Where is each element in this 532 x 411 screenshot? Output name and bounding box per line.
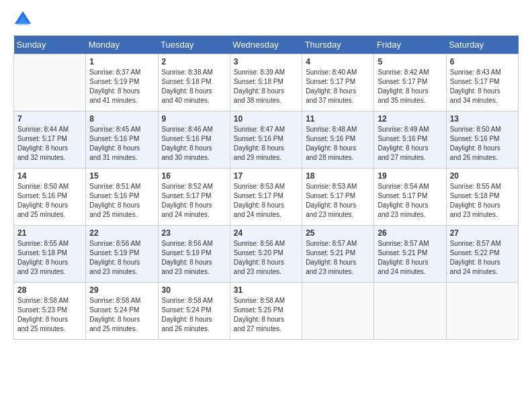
page: SundayMondayTuesdayWednesdayThursdayFrid… (0, 0, 532, 411)
day-info: Sunrise: 8:56 AM Sunset: 5:19 PM Dayligh… (162, 239, 226, 277)
calendar-cell: 8Sunrise: 8:45 AM Sunset: 5:16 PM Daylig… (86, 111, 158, 169)
calendar-cell: 27Sunrise: 8:57 AM Sunset: 5:22 PM Dayli… (446, 226, 518, 283)
calendar-cell: 11Sunrise: 8:48 AM Sunset: 5:16 PM Dayli… (302, 111, 374, 169)
day-number: 16 (162, 171, 226, 181)
day-info: Sunrise: 8:58 AM Sunset: 5:23 PM Dayligh… (17, 296, 82, 334)
day-info: Sunrise: 8:50 AM Sunset: 5:16 PM Dayligh… (17, 182, 82, 220)
calendar-cell: 19Sunrise: 8:54 AM Sunset: 5:17 PM Dayli… (374, 169, 446, 226)
day-info: Sunrise: 8:45 AM Sunset: 5:16 PM Dayligh… (89, 125, 154, 163)
day-info: Sunrise: 8:37 AM Sunset: 5:19 PM Dayligh… (89, 68, 154, 105)
calendar-cell: 24Sunrise: 8:56 AM Sunset: 5:20 PM Dayli… (230, 226, 302, 283)
calendar-table: SundayMondayTuesdayWednesdayThursdayFrid… (13, 36, 519, 340)
calendar-cell (302, 283, 374, 340)
day-number: 23 (162, 228, 226, 238)
header (13, 10, 519, 29)
calendar-cell: 14Sunrise: 8:50 AM Sunset: 5:16 PM Dayli… (14, 169, 86, 226)
day-number: 24 (234, 228, 298, 238)
day-number: 28 (17, 285, 82, 295)
week-row-2: 7Sunrise: 8:44 AM Sunset: 5:17 PM Daylig… (14, 111, 519, 169)
week-row-1: 1Sunrise: 8:37 AM Sunset: 5:19 PM Daylig… (14, 54, 519, 111)
day-info: Sunrise: 8:51 AM Sunset: 5:16 PM Dayligh… (89, 182, 154, 220)
calendar-cell: 21Sunrise: 8:55 AM Sunset: 5:18 PM Dayli… (14, 226, 86, 283)
calendar-cell: 17Sunrise: 8:53 AM Sunset: 5:17 PM Dayli… (230, 169, 302, 226)
day-number: 12 (378, 114, 442, 124)
day-number: 27 (450, 228, 515, 238)
day-number: 26 (378, 228, 442, 238)
logo-icon (13, 10, 32, 29)
day-number: 14 (17, 171, 82, 181)
day-number: 25 (306, 228, 370, 238)
col-header-sunday: Sunday (14, 36, 86, 54)
day-info: Sunrise: 8:58 AM Sunset: 5:24 PM Dayligh… (162, 296, 226, 334)
week-row-4: 21Sunrise: 8:55 AM Sunset: 5:18 PM Dayli… (14, 226, 519, 283)
day-info: Sunrise: 8:58 AM Sunset: 5:24 PM Dayligh… (89, 296, 154, 334)
week-row-5: 28Sunrise: 8:58 AM Sunset: 5:23 PM Dayli… (14, 283, 519, 340)
calendar-cell: 7Sunrise: 8:44 AM Sunset: 5:17 PM Daylig… (14, 111, 86, 169)
day-info: Sunrise: 8:53 AM Sunset: 5:17 PM Dayligh… (234, 182, 298, 220)
calendar-cell (14, 54, 86, 111)
day-number: 5 (378, 57, 442, 66)
day-info: Sunrise: 8:57 AM Sunset: 5:21 PM Dayligh… (378, 239, 442, 277)
day-number: 3 (234, 57, 298, 66)
calendar-cell: 13Sunrise: 8:50 AM Sunset: 5:16 PM Dayli… (446, 111, 518, 169)
day-number: 21 (17, 228, 82, 238)
calendar-cell: 2Sunrise: 8:38 AM Sunset: 5:18 PM Daylig… (158, 54, 230, 111)
day-number: 17 (234, 171, 298, 181)
day-number: 4 (306, 57, 370, 66)
col-header-friday: Friday (374, 36, 446, 54)
day-info: Sunrise: 8:48 AM Sunset: 5:16 PM Dayligh… (306, 125, 370, 163)
day-info: Sunrise: 8:55 AM Sunset: 5:18 PM Dayligh… (17, 239, 82, 277)
day-number: 30 (162, 285, 226, 295)
day-info: Sunrise: 8:44 AM Sunset: 5:17 PM Dayligh… (17, 125, 82, 163)
calendar-cell: 25Sunrise: 8:57 AM Sunset: 5:21 PM Dayli… (302, 226, 374, 283)
day-info: Sunrise: 8:56 AM Sunset: 5:19 PM Dayligh… (89, 239, 154, 277)
day-info: Sunrise: 8:52 AM Sunset: 5:17 PM Dayligh… (162, 182, 226, 220)
day-number: 11 (306, 114, 370, 124)
day-number: 13 (450, 114, 515, 124)
day-info: Sunrise: 8:54 AM Sunset: 5:17 PM Dayligh… (378, 182, 442, 220)
calendar-cell: 23Sunrise: 8:56 AM Sunset: 5:19 PM Dayli… (158, 226, 230, 283)
day-info: Sunrise: 8:43 AM Sunset: 5:17 PM Dayligh… (450, 68, 515, 105)
calendar-cell: 6Sunrise: 8:43 AM Sunset: 5:17 PM Daylig… (446, 54, 518, 111)
day-number: 8 (89, 114, 154, 124)
day-info: Sunrise: 8:57 AM Sunset: 5:22 PM Dayligh… (450, 239, 515, 277)
calendar-cell: 18Sunrise: 8:53 AM Sunset: 5:17 PM Dayli… (302, 169, 374, 226)
week-row-3: 14Sunrise: 8:50 AM Sunset: 5:16 PM Dayli… (14, 169, 519, 226)
calendar-cell: 26Sunrise: 8:57 AM Sunset: 5:21 PM Dayli… (374, 226, 446, 283)
day-info: Sunrise: 8:53 AM Sunset: 5:17 PM Dayligh… (306, 182, 370, 220)
calendar-cell: 22Sunrise: 8:56 AM Sunset: 5:19 PM Dayli… (86, 226, 158, 283)
day-number: 22 (89, 228, 154, 238)
day-info: Sunrise: 8:55 AM Sunset: 5:18 PM Dayligh… (450, 182, 515, 220)
col-header-saturday: Saturday (446, 36, 518, 54)
calendar-cell (446, 283, 518, 340)
calendar-cell: 4Sunrise: 8:40 AM Sunset: 5:17 PM Daylig… (302, 54, 374, 111)
calendar-cell: 1Sunrise: 8:37 AM Sunset: 5:19 PM Daylig… (86, 54, 158, 111)
col-header-wednesday: Wednesday (230, 36, 302, 54)
calendar-cell: 28Sunrise: 8:58 AM Sunset: 5:23 PM Dayli… (14, 283, 86, 340)
calendar-cell: 29Sunrise: 8:58 AM Sunset: 5:24 PM Dayli… (86, 283, 158, 340)
day-info: Sunrise: 8:39 AM Sunset: 5:18 PM Dayligh… (234, 68, 298, 105)
calendar-cell: 12Sunrise: 8:49 AM Sunset: 5:16 PM Dayli… (374, 111, 446, 169)
col-header-monday: Monday (86, 36, 158, 54)
day-info: Sunrise: 8:50 AM Sunset: 5:16 PM Dayligh… (450, 125, 515, 163)
day-info: Sunrise: 8:58 AM Sunset: 5:25 PM Dayligh… (234, 296, 298, 334)
calendar-cell: 3Sunrise: 8:39 AM Sunset: 5:18 PM Daylig… (230, 54, 302, 111)
day-info: Sunrise: 8:42 AM Sunset: 5:17 PM Dayligh… (378, 68, 442, 105)
day-info: Sunrise: 8:49 AM Sunset: 5:16 PM Dayligh… (378, 125, 442, 163)
day-number: 20 (450, 171, 515, 181)
day-number: 7 (17, 114, 82, 124)
day-number: 2 (162, 57, 226, 66)
calendar-cell: 16Sunrise: 8:52 AM Sunset: 5:17 PM Dayli… (158, 169, 230, 226)
day-number: 18 (306, 171, 370, 181)
day-info: Sunrise: 8:57 AM Sunset: 5:21 PM Dayligh… (306, 239, 370, 277)
day-number: 6 (450, 57, 515, 66)
day-number: 15 (89, 171, 154, 181)
calendar-cell: 31Sunrise: 8:58 AM Sunset: 5:25 PM Dayli… (230, 283, 302, 340)
day-info: Sunrise: 8:40 AM Sunset: 5:17 PM Dayligh… (306, 68, 370, 105)
header-row: SundayMondayTuesdayWednesdayThursdayFrid… (14, 36, 519, 54)
col-header-tuesday: Tuesday (158, 36, 230, 54)
calendar-cell: 9Sunrise: 8:46 AM Sunset: 5:16 PM Daylig… (158, 111, 230, 169)
calendar-cell: 15Sunrise: 8:51 AM Sunset: 5:16 PM Dayli… (86, 169, 158, 226)
day-info: Sunrise: 8:46 AM Sunset: 5:16 PM Dayligh… (162, 125, 226, 163)
calendar-cell (374, 283, 446, 340)
